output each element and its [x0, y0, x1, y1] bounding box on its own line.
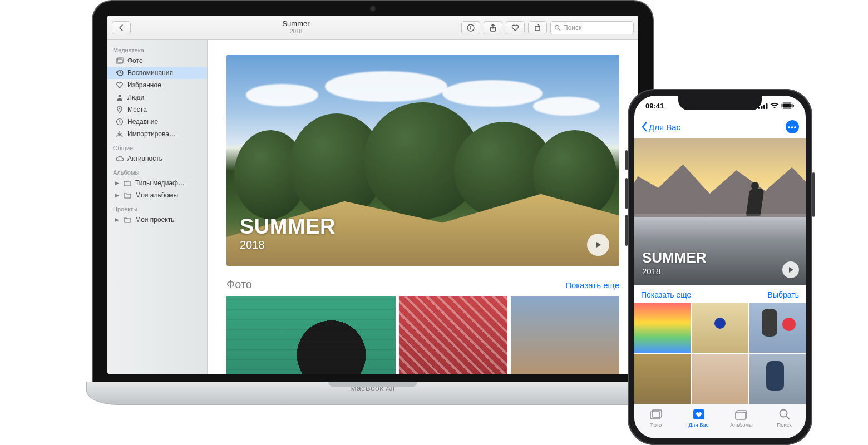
sidebar-item-label: Места: [127, 106, 147, 113]
svg-rect-15: [763, 105, 765, 109]
iphone-volume-down: [625, 215, 628, 246]
pin-icon: [115, 105, 124, 114]
search-placeholder: Поиск: [563, 24, 581, 32]
tab-for-you[interactable]: Для Вас: [677, 404, 720, 432]
share-button[interactable]: [484, 21, 502, 34]
photo-thumbnail[interactable]: [749, 303, 806, 353]
sidebar-section-library: Медиатека: [107, 42, 207, 55]
tab-bar: Фото Для Вас Альбомы Поиск: [634, 404, 806, 438]
sidebar-item-memories[interactable]: Воспоминания: [107, 67, 207, 79]
memory-hero[interactable]: SUMMER 2018: [634, 138, 806, 285]
sidebar-item-label: Воспоминания: [127, 69, 173, 77]
svg-rect-16: [766, 103, 768, 109]
search-icon: [778, 408, 791, 421]
macbook-base: MacBook Air: [86, 382, 659, 405]
battery-icon: [781, 102, 795, 109]
disclosure-triangle-icon[interactable]: ▶: [115, 180, 120, 186]
photo-thumbnail[interactable]: [749, 354, 806, 404]
tab-label: Альбомы: [730, 422, 753, 428]
heart-square-icon: [692, 408, 706, 421]
favorite-button[interactable]: [506, 21, 525, 34]
sidebar-item-media-types[interactable]: ▶ Типы медиаф…: [107, 177, 207, 189]
play-icon: [594, 240, 603, 249]
cloud-icon: [115, 154, 124, 163]
photo-thumbnail[interactable]: [692, 303, 748, 353]
svg-rect-24: [736, 412, 746, 419]
sidebar-item-imports[interactable]: Импортирова…: [107, 128, 207, 140]
heart-icon: [511, 24, 519, 32]
play-icon: [787, 266, 794, 273]
tab-photos[interactable]: Фото: [634, 404, 677, 432]
tab-search[interactable]: Поиск: [763, 404, 806, 432]
search-field[interactable]: Поиск: [550, 21, 634, 34]
sidebar-item-activity[interactable]: Активность: [107, 152, 207, 165]
photo-thumbnail[interactable]: [511, 296, 619, 374]
sidebar-item-label: Люди: [127, 93, 144, 101]
photo-thumbnail[interactable]: [634, 303, 691, 353]
info-icon: [467, 24, 475, 32]
sidebar-item-recents[interactable]: Недавние: [107, 116, 207, 128]
hero-title: SUMMER: [642, 249, 707, 266]
sidebar-item-places[interactable]: Места: [107, 103, 207, 116]
toolbar-title-area: Summer 2018: [134, 20, 458, 34]
back-button[interactable]: [112, 21, 131, 34]
sidebar-item-people[interactable]: Люди: [107, 91, 207, 103]
chevron-left-icon: [641, 122, 648, 132]
iphone-screen: 09:41 Для Вас ••• SUMMER 2018: [634, 96, 806, 438]
select-link[interactable]: Выбрать: [768, 290, 799, 299]
sidebar-item-label: Активность: [127, 155, 162, 162]
iphone-notch: [678, 96, 762, 110]
hero-year: 2018: [642, 266, 707, 276]
folder-icon: [123, 215, 132, 224]
sidebar-item-label: Избранное: [127, 81, 161, 89]
disclosure-triangle-icon[interactable]: ▶: [115, 192, 120, 198]
play-button[interactable]: [587, 234, 609, 256]
show-more-link[interactable]: Показать еще: [565, 280, 619, 290]
sidebar-item-label: Мои альбомы: [135, 191, 178, 199]
memory-hero[interactable]: SUMMER 2018: [226, 55, 619, 266]
download-icon: [115, 130, 124, 139]
photo-strip: [226, 296, 619, 374]
photo-thumbnail[interactable]: [634, 354, 691, 404]
svg-rect-2: [470, 27, 471, 30]
window-subtitle: 2018: [134, 28, 458, 35]
person-icon: [115, 93, 124, 102]
back-label: Для Вас: [649, 122, 680, 132]
play-button[interactable]: [782, 261, 799, 278]
clock-back-icon: [115, 68, 124, 77]
window-title: Summer: [134, 20, 458, 28]
svg-point-10: [119, 108, 121, 110]
action-row: Показать еще Выбрать: [634, 285, 806, 303]
photo-thumbnail[interactable]: [692, 354, 748, 404]
photo-grid: [634, 303, 806, 404]
svg-rect-12: [117, 136, 122, 137]
tab-label: Фото: [650, 422, 662, 428]
sidebar-item-my-albums[interactable]: ▶ Мои альбомы: [107, 189, 207, 201]
svg-rect-4: [535, 26, 540, 31]
sidebar-item-my-projects[interactable]: ▶ Мои проекты: [107, 214, 207, 226]
disclosure-triangle-icon[interactable]: ▶: [115, 217, 120, 222]
more-icon: •••: [788, 123, 797, 131]
sidebar-item-favorites[interactable]: Избранное: [107, 79, 207, 91]
sidebar-section-albums: Альбомы: [107, 165, 207, 177]
tab-albums[interactable]: Альбомы: [720, 404, 763, 432]
more-button[interactable]: •••: [786, 120, 799, 134]
info-button[interactable]: [461, 21, 480, 34]
sidebar-item-label: Фото: [127, 57, 143, 65]
svg-point-1: [470, 26, 471, 27]
show-more-link[interactable]: Показать еще: [641, 290, 691, 299]
macbook-bezel: Summer 2018: [92, 0, 654, 384]
photo-thumbnail[interactable]: [226, 296, 396, 374]
tab-label: Для Вас: [688, 422, 708, 428]
sidebar-item-label: Мои проекты: [135, 216, 176, 224]
photo-thumbnail[interactable]: [399, 296, 507, 374]
toolbar-actions: Поиск: [461, 21, 634, 34]
sidebar-section-projects: Проекты: [107, 201, 207, 214]
iphone-device: 09:41 Для Вас ••• SUMMER 2018: [628, 89, 812, 445]
wifi-icon: [770, 102, 779, 109]
share-icon: [489, 24, 497, 32]
sidebar-item-photos[interactable]: Фото: [107, 55, 207, 67]
rotate-button[interactable]: [528, 21, 547, 34]
hero-title-block: SUMMER 2018: [642, 249, 707, 276]
back-button[interactable]: Для Вас: [641, 122, 680, 132]
